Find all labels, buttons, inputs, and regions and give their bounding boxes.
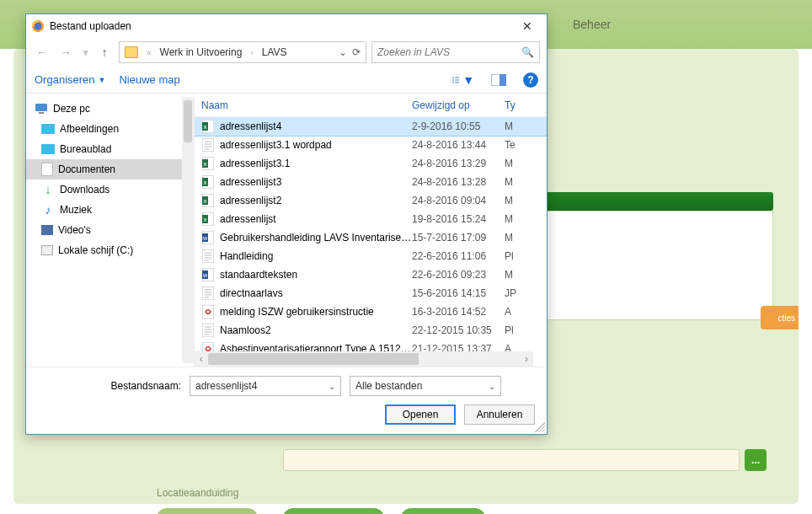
horizontal-scrollbar[interactable]: ‹ › [195, 351, 533, 367]
tree-item-documents[interactable]: Documenten [26, 159, 194, 179]
file-row[interactable]: adressenlijst42-9-2016 10:55M [195, 117, 547, 136]
svg-rect-3 [452, 79, 454, 80]
bg-tab-beheer[interactable]: Beheer [573, 18, 611, 31]
bg-cancel-button[interactable]: Annuleren [401, 508, 485, 514]
scroll-left-icon[interactable]: ‹ [195, 351, 208, 367]
dialog-body: Deze pc Afbeeldingen Bureaublad Document… [26, 94, 547, 367]
new-folder-button[interactable]: Nieuwe map [119, 73, 179, 86]
file-date: 24-8-2016 13:44 [412, 139, 505, 151]
chevron-down-icon: ⌄ [483, 382, 495, 391]
breadcrumb-chevron-icon: « [143, 48, 155, 57]
file-date: 24-8-2016 13:29 [412, 158, 505, 169]
file-type: Te [505, 139, 521, 151]
file-row[interactable]: standaardteksten22-6-2016 09:23M [195, 265, 547, 284]
tree-item-label: Downloads [60, 184, 110, 195]
svg-rect-11 [39, 112, 44, 114]
breadcrumb-part-1[interactable]: Werk in Uitvoering [160, 46, 243, 58]
word-icon [201, 231, 215, 244]
scrollbar-thumb[interactable] [208, 353, 419, 365]
organize-button[interactable]: Organiseren ▼ [35, 73, 105, 86]
bg-options-tab[interactable]: cties [761, 306, 799, 329]
file-row[interactable]: Handleiding22-6-2016 11:06Pl [195, 247, 547, 265]
excel-icon [201, 120, 215, 133]
help-button[interactable]: ? [523, 72, 538, 88]
column-modified[interactable]: Gewijzigd op [412, 99, 505, 111]
view-options-button[interactable]: ▼ [452, 71, 474, 89]
file-date: 22-6-2016 11:06 [412, 250, 505, 262]
svg-point-1 [35, 23, 42, 30]
bg-field[interactable] [283, 449, 740, 471]
word-icon [201, 268, 215, 281]
file-row[interactable]: melding ISZW gebruikersinstructie16-3-20… [195, 303, 547, 321]
txt-icon [201, 249, 215, 263]
file-row[interactable]: Gebruikershandleiding LAVS Inventarisee.… [195, 228, 547, 247]
file-row[interactable]: adressenlijst3.1 wordpad24-8-2016 13:44T… [195, 136, 547, 154]
filename-value: adressenlijst4 [195, 380, 257, 392]
column-name[interactable]: Naam [201, 99, 412, 111]
column-type[interactable]: Ty [505, 99, 521, 111]
tree-scrollbar[interactable] [182, 97, 194, 363]
bg-browse-button[interactable]: ... [745, 449, 767, 471]
file-date: 15-6-2016 14:15 [412, 287, 505, 299]
tree-item-music[interactable]: ♪ Muziek [26, 200, 194, 220]
file-row[interactable]: adressenlijst324-8-2016 13:28M [195, 173, 547, 191]
tree-item-pictures[interactable]: Afbeeldingen [26, 119, 194, 139]
filename-label: Bestandsnaam: [38, 380, 181, 392]
svg-rect-2 [452, 77, 454, 78]
documents-icon [41, 163, 53, 176]
breadcrumb-part-2[interactable]: LAVS [262, 46, 287, 58]
file-name: standaardteksten [220, 269, 412, 281]
chevron-down-icon: ▼ [99, 76, 106, 84]
file-row[interactable]: adressenlijst224-8-2016 09:04M [195, 191, 547, 210]
firefox-icon [31, 19, 45, 33]
file-row[interactable]: Asbestinventarisatierapport Type A 15121… [195, 340, 547, 351]
file-date: 24-8-2016 13:28 [412, 176, 505, 188]
search-input[interactable] [377, 46, 521, 58]
file-row[interactable]: adressenlijst19-8-2016 15:24M [195, 210, 547, 228]
tree-root-this-pc[interactable]: Deze pc [26, 99, 194, 119]
nav-row: ← → ▾ ↑ « Werk in Uitvoering › LAVS ⌄ ⟳ … [26, 38, 547, 67]
search-box[interactable]: 🔍 [371, 41, 540, 63]
filetype-filter-combobox[interactable]: Alle bestanden ⌄ [350, 376, 501, 396]
file-row[interactable]: Naamloos222-12-2015 10:35Pl [195, 321, 547, 340]
close-button[interactable]: ✕ [513, 17, 542, 35]
file-type: Pl [505, 250, 521, 262]
file-date: 24-8-2016 09:04 [412, 195, 505, 206]
dialog-title: Bestand uploaden [50, 20, 513, 32]
open-button[interactable]: Openen [385, 404, 456, 425]
file-name: Gebruikershandleiding LAVS Inventarisee.… [220, 232, 412, 244]
breadcrumb[interactable]: « Werk in Uitvoering › LAVS ⌄ ⟳ [119, 41, 366, 63]
tree-item-label: Afbeeldingen [60, 123, 119, 135]
breadcrumb-dropdown-icon[interactable]: ⌄ [339, 46, 347, 58]
resize-grip[interactable] [535, 422, 545, 432]
excel-icon [201, 194, 215, 207]
file-name: adressenlijst3.1 wordpad [220, 139, 412, 151]
file-list[interactable]: adressenlijst42-9-2016 10:55Madressenlij… [195, 117, 547, 351]
bg-upload-button[interactable]: Upload [283, 508, 384, 514]
preview-pane-button[interactable] [488, 71, 510, 89]
tree-item-downloads[interactable]: ↓ Downloads [26, 179, 194, 200]
scrollbar-thumb[interactable] [184, 100, 192, 142]
tree-item-label: Bureaublad [60, 143, 111, 155]
file-date: 22-12-2015 10:35 [412, 324, 505, 336]
refresh-icon[interactable]: ⟳ [352, 46, 361, 58]
svg-rect-9 [499, 74, 506, 86]
nav-back-button[interactable]: ← [33, 43, 51, 62]
bg-save-button[interactable]: Opslaan [157, 508, 258, 514]
nav-forward-button[interactable]: → [56, 43, 75, 62]
file-date: 15-7-2016 17:09 [412, 232, 505, 244]
file-row[interactable]: adressenlijst3.124-8-2016 13:29M [195, 154, 547, 173]
tree-item-label: Lokale schijf (C:) [58, 244, 133, 256]
txt-icon [201, 138, 215, 152]
nav-up-button[interactable]: ↑ [95, 43, 114, 62]
tree-item-desktop[interactable]: Bureaublad [26, 139, 194, 159]
file-row[interactable]: directnaarlavs15-6-2016 14:15JP [195, 284, 547, 303]
cancel-button[interactable]: Annuleren [464, 404, 535, 425]
txt-icon [201, 324, 215, 337]
tree-item-local-disk[interactable]: Lokale schijf (C:) [26, 240, 194, 260]
search-icon[interactable]: 🔍 [521, 46, 534, 58]
dialog-footer: Bestandsnaam: adressenlijst4 ⌄ Alle best… [26, 367, 547, 434]
tree-item-videos[interactable]: Video's [26, 220, 194, 240]
scroll-right-icon[interactable]: › [520, 351, 533, 367]
filename-combobox[interactable]: adressenlijst4 ⌄ [190, 376, 341, 396]
